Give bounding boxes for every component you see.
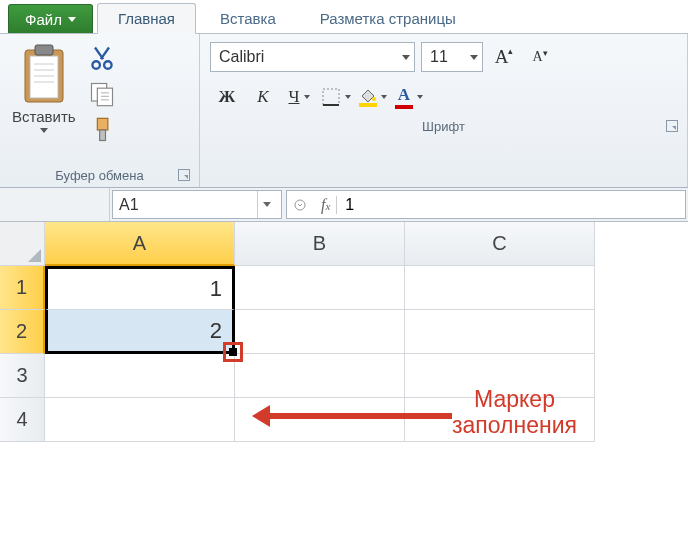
clipboard-paste-icon: [15, 42, 73, 108]
font-color-button[interactable]: A: [392, 80, 426, 114]
dropdown-icon: [304, 95, 310, 99]
paint-bucket-icon: [359, 87, 377, 103]
formula-input[interactable]: [337, 196, 685, 214]
select-all-corner[interactable]: [0, 222, 45, 266]
formula-bar-row: A1 fx: [0, 188, 688, 222]
fx-icon[interactable]: fx: [321, 196, 330, 214]
row-header-1[interactable]: 1: [0, 266, 45, 310]
formula-expand-icon[interactable]: [293, 198, 307, 212]
column-header-A[interactable]: A: [45, 222, 235, 266]
tab-home[interactable]: Главная: [97, 3, 196, 34]
row-header-2[interactable]: 2: [0, 310, 45, 354]
dropdown-icon: [381, 95, 387, 99]
dialog-launcher-icon[interactable]: [666, 120, 678, 132]
worksheet-grid[interactable]: A B C 1 1 2 2 3 4: [0, 222, 688, 442]
cell-A1[interactable]: 1: [45, 266, 235, 310]
svg-rect-15: [99, 130, 105, 141]
paste-label: Вставить: [12, 108, 76, 125]
cell-C4[interactable]: [405, 398, 595, 442]
dropdown-icon: [402, 55, 410, 60]
ribbon-group-clipboard-title: Буфер обмена: [55, 168, 143, 183]
ribbon-group-clipboard: Вставить: [0, 34, 200, 187]
ribbon: Вставить: [0, 34, 688, 188]
name-box-value: A1: [119, 196, 139, 214]
svg-rect-1: [30, 56, 58, 98]
cell-B4[interactable]: [235, 398, 405, 442]
column-header-B[interactable]: B: [235, 222, 405, 266]
font-size-combo[interactable]: 11: [421, 42, 483, 72]
bold-button[interactable]: Ж: [210, 80, 244, 114]
file-tab-label: Файл: [25, 11, 62, 28]
dialog-launcher-icon[interactable]: [178, 169, 190, 181]
ribbon-group-font: Calibri 11 A▴ A▾ Ж К Ч: [200, 34, 688, 187]
cut-icon[interactable]: [88, 44, 116, 72]
formula-bar-spacer: [0, 188, 110, 221]
row-header-3[interactable]: 3: [0, 354, 45, 398]
dropdown-icon: [417, 95, 423, 99]
cell-A4[interactable]: [45, 398, 235, 442]
cell-C2[interactable]: [405, 310, 595, 354]
cell-B1[interactable]: [235, 266, 405, 310]
format-painter-icon[interactable]: [88, 116, 116, 144]
borders-button[interactable]: [318, 80, 354, 114]
row-header-4[interactable]: 4: [0, 398, 45, 442]
font-name-combo[interactable]: Calibri: [210, 42, 415, 72]
dropdown-icon: [40, 128, 48, 133]
underline-button[interactable]: Ч: [282, 80, 316, 114]
dropdown-icon[interactable]: [257, 191, 275, 218]
paste-button[interactable]: Вставить: [6, 40, 82, 165]
increase-font-size-button[interactable]: A▴: [489, 42, 519, 72]
ribbon-group-font-title: Шрифт: [422, 119, 465, 134]
italic-button[interactable]: К: [246, 80, 280, 114]
fill-handle[interactable]: [229, 348, 237, 356]
cell-C1[interactable]: [405, 266, 595, 310]
svg-point-19: [295, 200, 305, 210]
fill-color-swatch: [359, 103, 377, 107]
font-size-value: 11: [430, 48, 448, 66]
fill-color-button[interactable]: [356, 80, 390, 114]
font-name-value: Calibri: [219, 48, 264, 66]
ribbon-tabs: Файл Главная Вставка Разметка страницы: [0, 0, 688, 34]
cell-A3[interactable]: [45, 354, 235, 398]
svg-rect-16: [323, 89, 339, 105]
decrease-font-size-button[interactable]: A▾: [525, 42, 555, 72]
cell-B3[interactable]: [235, 354, 405, 398]
cell-A2[interactable]: 2: [45, 310, 235, 354]
svg-point-7: [92, 61, 99, 68]
cell-A2-value: 2: [210, 318, 222, 344]
cell-C3[interactable]: [405, 354, 595, 398]
cell-B2[interactable]: [235, 310, 405, 354]
tab-insert[interactable]: Вставка: [200, 4, 296, 33]
formula-bar: fx: [286, 190, 686, 219]
column-header-C[interactable]: C: [405, 222, 595, 266]
svg-rect-14: [97, 118, 108, 130]
tab-page-layout[interactable]: Разметка страницы: [300, 4, 476, 33]
file-tab[interactable]: Файл: [8, 4, 93, 33]
name-box[interactable]: A1: [112, 190, 282, 219]
svg-rect-2: [35, 45, 53, 55]
dropdown-icon: [345, 95, 351, 99]
font-color-swatch: [395, 105, 413, 109]
borders-icon: [321, 87, 341, 107]
dropdown-icon: [470, 55, 478, 60]
svg-point-18: [372, 97, 376, 101]
dropdown-icon: [68, 17, 76, 22]
copy-icon[interactable]: [88, 80, 116, 108]
svg-point-8: [104, 61, 111, 68]
